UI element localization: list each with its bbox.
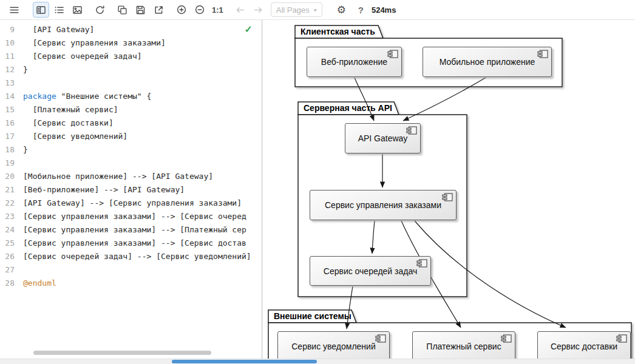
preview-image-icon[interactable] <box>69 2 86 18</box>
zoom-reset-button[interactable]: 1:1 <box>209 2 226 18</box>
component-web: Веб-приложение <box>307 47 402 77</box>
layout-split-icon[interactable] <box>33 2 49 18</box>
editor-hscrollbar-thumb[interactable] <box>33 351 211 355</box>
code-lines: 9 [API Gateway]10 [Сервис управления зак… <box>0 23 261 290</box>
line-number: 19 <box>0 157 23 170</box>
line-number: 28 <box>0 277 23 290</box>
pages-select-label: All Pages <box>276 5 310 15</box>
code-line[interactable]: 25[Сервис управления заказами] --> [Серв… <box>0 237 261 250</box>
component-delivery-service: Сервис доставки <box>537 331 631 359</box>
layout-list-icon[interactable] <box>51 2 67 18</box>
code-line[interactable]: 23[Сервис управления заказами] --> [Серв… <box>0 210 261 223</box>
line-number: 22 <box>0 197 23 210</box>
code-line[interactable]: 10 [Сервис управления заказами] <box>0 36 261 50</box>
code-text: [API Gateway] --> [Сервис управления зак… <box>23 197 242 210</box>
code-line[interactable]: 15 [Платежный сервис] <box>0 103 261 116</box>
code-line[interactable]: 14package "Внешние системы" { <box>0 90 261 103</box>
code-line[interactable]: 19 <box>0 157 261 170</box>
code-line[interactable]: 13 <box>0 76 261 90</box>
code-text: [Платежный сервис] <box>23 103 118 116</box>
component-icon <box>616 334 627 343</box>
line-number: 25 <box>0 237 23 250</box>
component-icon <box>501 334 512 343</box>
line-number: 10 <box>0 36 23 50</box>
line-number: 12 <box>0 63 23 76</box>
code-text: [Сервис управления заказами] --> [Сервис… <box>23 237 246 250</box>
copy-icon[interactable] <box>114 2 131 18</box>
code-text: [Веб-приложение] --> [API Gateway] <box>23 183 185 197</box>
chevron-down-icon: ▾ <box>314 7 317 13</box>
component-orders-service: Сервис управления заказами <box>310 190 457 220</box>
code-line[interactable]: 17 [Сервис уведомлений] <box>0 130 261 143</box>
component-icon <box>375 334 386 343</box>
component-icon <box>416 259 427 268</box>
line-number: 20 <box>0 170 23 183</box>
zoom-in-icon[interactable] <box>173 2 189 18</box>
component-notification-service: Сервис уведомлений <box>277 331 390 359</box>
line-number: 16 <box>0 116 23 130</box>
code-text: [Сервис уведомлений] <box>23 130 127 143</box>
component-icon <box>406 126 417 135</box>
main-split: 9 [API Gateway]10 [Сервис управления зак… <box>0 20 635 359</box>
gear-icon[interactable]: ⚙ <box>333 2 350 18</box>
code-line[interactable]: 21[Веб-приложение] --> [API Gateway] <box>0 183 261 197</box>
line-number: 14 <box>0 90 23 103</box>
package-label-external: Внешние системы <box>274 311 351 321</box>
syntax-ok-check-icon: ✓ <box>245 24 253 35</box>
component-label: Мобильное приложение <box>440 57 535 67</box>
line-number: 13 <box>0 76 23 90</box>
line-number: 26 <box>0 250 23 263</box>
line-number: 17 <box>0 130 23 143</box>
code-line[interactable]: 28@enduml <box>0 277 261 290</box>
code-text: package "Внешние системы" { <box>23 90 151 103</box>
component-task-queue-service: Сервис очередей задач <box>310 256 431 286</box>
line-number: 9 <box>0 23 23 36</box>
component-label: API Gateway <box>358 133 408 143</box>
line-number: 11 <box>0 50 23 63</box>
code-text: @enduml <box>23 277 56 290</box>
component-api-gateway: API Gateway <box>345 123 421 153</box>
diagram-canvas[interactable]: Клиентская часть Серверная часть API Вне… <box>263 20 635 359</box>
code-line[interactable]: 24[Сервис управления заказами] --> [Плат… <box>0 223 261 237</box>
component-label: Сервис очередей задач <box>324 266 417 276</box>
code-text: [Сервис управления заказами] <box>23 36 166 50</box>
code-line[interactable]: 22[API Gateway] --> [Сервис управления з… <box>0 197 261 210</box>
component-icon <box>442 193 453 201</box>
code-line[interactable]: 27 <box>0 263 261 277</box>
zoom-out-icon[interactable] <box>191 2 208 18</box>
code-text: } <box>23 143 28 157</box>
line-number: 24 <box>0 223 23 237</box>
code-line[interactable]: 9 [API Gateway] <box>0 23 261 36</box>
help-button[interactable]: ? <box>356 2 366 18</box>
code-text: [Сервис очередей задач] --> [Сервис увед… <box>23 250 251 263</box>
component-mobile: Мобильное приложение <box>423 47 552 77</box>
export-icon[interactable] <box>151 2 167 18</box>
menu-icon[interactable] <box>6 2 22 18</box>
code-text: [API Gateway] <box>23 23 94 36</box>
page-hscrollbar-thumb[interactable] <box>172 360 317 363</box>
code-text: [Сервис управления заказами] --> [Сервис… <box>23 210 246 223</box>
code-text: [Сервис управления заказами] --> [Платеж… <box>23 223 246 237</box>
refresh-icon[interactable] <box>92 2 108 18</box>
line-number: 23 <box>0 210 23 223</box>
pages-select[interactable]: All Pages ▾ <box>271 2 322 17</box>
component-icon <box>387 50 398 58</box>
code-line[interactable]: 20[Мобильное приложение] --> [API Gatewa… <box>0 170 261 183</box>
code-line[interactable]: 16 [Сервис доставки] <box>0 116 261 130</box>
code-line[interactable]: 18} <box>0 143 261 157</box>
render-time-label: 524ms <box>372 5 396 15</box>
code-editor[interactable]: 9 [API Gateway]10 [Сервис управления зак… <box>0 20 261 359</box>
page-hscrollbar[interactable] <box>0 359 635 364</box>
page-next-icon[interactable] <box>250 2 267 18</box>
component-label: Веб-приложение <box>321 57 387 67</box>
code-line[interactable]: 12} <box>0 63 261 76</box>
component-label: Сервис уведомлений <box>291 342 376 351</box>
component-payment-service: Платежный сервис <box>412 331 515 359</box>
code-line[interactable]: 11 [Сервис очередей задач] <box>0 50 261 63</box>
code-line[interactable]: 26[Сервис очередей задач] --> [Сервис ув… <box>0 250 261 263</box>
page-prev-icon[interactable] <box>232 2 248 18</box>
plantuml-editor-app: 1:1 All Pages ▾ ⚙ ? 524ms 9 [API Gateway… <box>0 0 635 364</box>
line-number: 27 <box>0 263 23 277</box>
line-number: 21 <box>0 183 23 197</box>
save-icon[interactable] <box>132 2 149 18</box>
